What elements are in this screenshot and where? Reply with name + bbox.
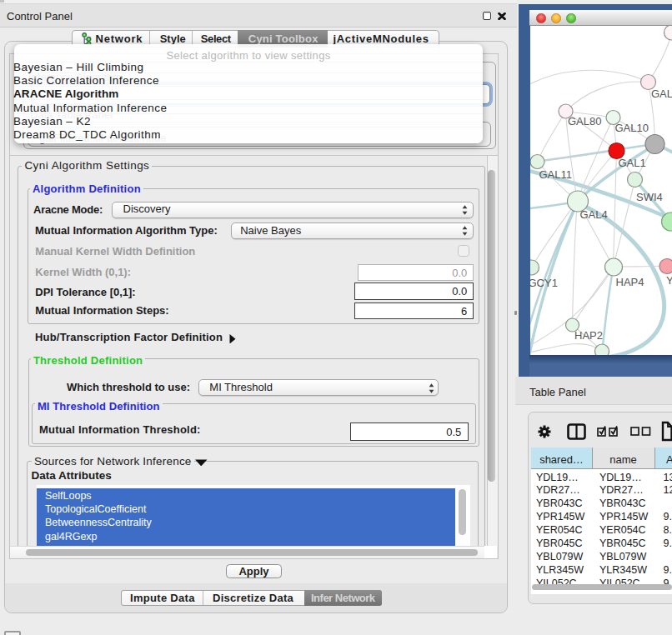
svg-text:GAL4: GAL4 bbox=[579, 208, 607, 221]
svg-text:HAP4: HAP4 bbox=[615, 276, 644, 288]
svg-text:GAL7: GAL7 bbox=[651, 88, 672, 100]
svg-text:GAL80: GAL80 bbox=[568, 115, 601, 128]
svg-text:GAL10: GAL10 bbox=[614, 122, 648, 134]
svg-text:HAP2: HAP2 bbox=[574, 329, 603, 342]
svg-text:SWI4: SWI4 bbox=[636, 191, 663, 203]
svg-text:GAL1: GAL1 bbox=[618, 157, 645, 169]
svg-text:GCY1: GCY1 bbox=[530, 277, 558, 289]
svg-text:GAL11: GAL11 bbox=[539, 168, 572, 181]
svg-text:Y: Y bbox=[666, 274, 672, 287]
